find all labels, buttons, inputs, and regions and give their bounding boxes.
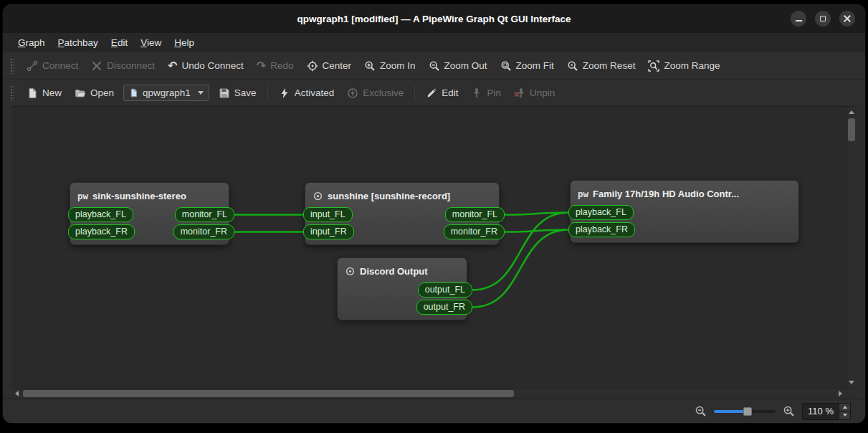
close-button[interactable] bbox=[839, 11, 855, 27]
vertical-scrollbar-thumb[interactable] bbox=[848, 118, 855, 141]
redo-button[interactable]: ↷ Redo bbox=[251, 57, 300, 75]
center-button[interactable]: Center bbox=[301, 57, 358, 75]
zoom-in-button[interactable]: Zoom In bbox=[358, 57, 421, 75]
zoom-decrement-button[interactable] bbox=[839, 411, 850, 419]
port-monitor-fr[interactable]: monitor_FR bbox=[173, 224, 234, 239]
port-monitor-fl[interactable]: monitor_FL bbox=[445, 207, 505, 222]
pin-label: Pin bbox=[487, 87, 501, 98]
zoom-spinbox[interactable]: 110 % bbox=[802, 403, 851, 420]
new-button[interactable]: New bbox=[21, 84, 67, 103]
redo-label: Redo bbox=[270, 60, 293, 71]
disconnect-icon bbox=[91, 60, 102, 72]
port-monitor-fl[interactable]: monitor_FL bbox=[175, 207, 234, 222]
zoom-slider-fill bbox=[714, 410, 748, 413]
app-window: qpwgraph1 [modified] — A PipeWire Graph … bbox=[3, 4, 865, 423]
node-header: Discord Output bbox=[338, 262, 467, 280]
unpin-button[interactable]: Unpin bbox=[508, 84, 561, 103]
save-label: Save bbox=[234, 87, 257, 98]
toolbar-drag-handle[interactable] bbox=[10, 58, 14, 74]
patchbay-file-icon bbox=[129, 88, 138, 97]
node-sink-sunshine-stereo[interactable]: pw sink-sunshine-stereo playback_FL moni… bbox=[70, 182, 229, 245]
zoom-in-icon bbox=[364, 60, 376, 72]
unpin-icon bbox=[514, 87, 525, 99]
port-monitor-fr[interactable]: monitor_FR bbox=[444, 224, 505, 239]
minimize-icon bbox=[796, 20, 802, 22]
exclusive-label: Exclusive bbox=[363, 87, 404, 98]
toolbar-drag-handle[interactable] bbox=[10, 85, 14, 101]
center-label: Center bbox=[323, 60, 352, 71]
open-folder-icon bbox=[75, 87, 86, 99]
zoom-reset-label: Zoom Reset bbox=[583, 60, 636, 71]
scroll-right-arrow[interactable] bbox=[836, 389, 845, 399]
close-icon bbox=[844, 15, 851, 22]
menu-edit[interactable]: Edit bbox=[105, 35, 134, 50]
zoom-fit-button[interactable]: Zoom Fit bbox=[495, 57, 560, 75]
zoom-reset-button[interactable]: Zoom Reset bbox=[561, 57, 642, 75]
port-playback-fl[interactable]: playback_FL bbox=[568, 205, 634, 220]
titlebar: qpwgraph1 [modified] — A PipeWire Graph … bbox=[3, 4, 865, 33]
zoom-in-icon[interactable] bbox=[783, 405, 795, 417]
save-button[interactable]: Save bbox=[213, 84, 262, 103]
activated-button[interactable]: Activated bbox=[273, 84, 340, 103]
zoom-out-button[interactable]: Zoom Out bbox=[423, 57, 493, 75]
toolbar-main: Connect Disconnect ↶ Undo Connect ↷ Redo… bbox=[3, 52, 865, 79]
menu-help[interactable]: Help bbox=[168, 35, 201, 50]
menu-view[interactable]: View bbox=[134, 35, 168, 50]
unpin-label: Unpin bbox=[530, 87, 555, 98]
zoom-out-icon[interactable] bbox=[695, 405, 707, 417]
patchbay-select[interactable]: qpwgraph1 bbox=[123, 85, 209, 101]
port-playback-fr[interactable]: playback_FR bbox=[568, 222, 635, 237]
zoom-range-icon bbox=[648, 60, 659, 72]
port-playback-fr[interactable]: playback_FR bbox=[68, 224, 135, 239]
zoom-out-label: Zoom Out bbox=[444, 60, 487, 71]
node-sunshine[interactable]: sunshine [sunshine-record] input_FL moni… bbox=[305, 182, 500, 245]
connection-wires bbox=[11, 107, 846, 388]
node-discord-output[interactable]: Discord Output output_FL output_FR bbox=[337, 257, 467, 320]
maximize-icon bbox=[820, 16, 826, 22]
port-playback-fl[interactable]: playback_FL bbox=[68, 207, 133, 222]
menu-patchbay[interactable]: Patchbay bbox=[52, 35, 105, 50]
zoom-range-button[interactable]: Zoom Range bbox=[642, 57, 725, 75]
port-input-fl[interactable]: input_FL bbox=[303, 207, 353, 222]
spin-arrows bbox=[839, 404, 850, 419]
connect-button[interactable]: Connect bbox=[21, 57, 84, 75]
zoom-in-label: Zoom In bbox=[380, 60, 416, 71]
zoom-fit-label: Zoom Fit bbox=[516, 60, 554, 71]
port-output-fr[interactable]: output_FR bbox=[416, 300, 472, 315]
open-button[interactable]: Open bbox=[69, 84, 120, 103]
exclusive-button[interactable]: Exclusive bbox=[341, 84, 409, 103]
horizontal-scrollbar-thumb[interactable] bbox=[23, 390, 514, 397]
maximize-button[interactable] bbox=[815, 11, 831, 27]
menu-graph[interactable]: Graph bbox=[11, 35, 52, 50]
zoom-fit-icon bbox=[500, 60, 512, 72]
window-title: qpwgraph1 [modified] — A PipeWire Graph … bbox=[297, 14, 571, 24]
scroll-down-arrow[interactable] bbox=[846, 378, 857, 387]
pin-icon bbox=[471, 87, 482, 99]
minimize-button[interactable] bbox=[791, 11, 806, 27]
node-family-audio-controller[interactable]: pw Family 17h/19h HD Audio Contr... play… bbox=[570, 180, 799, 243]
edit-label: Edit bbox=[442, 87, 458, 98]
zoom-increment-button[interactable] bbox=[839, 404, 850, 411]
port-input-fr[interactable]: input_FR bbox=[303, 224, 354, 239]
zoom-range-label: Zoom Range bbox=[664, 60, 720, 71]
zoom-value[interactable]: 110 % bbox=[803, 404, 839, 419]
node-header: pw sink-sunshine-stereo bbox=[70, 187, 229, 204]
node-title: sink-sunshine-stereo bbox=[92, 191, 186, 201]
edit-pencil-icon bbox=[426, 87, 437, 99]
undo-connect-button[interactable]: ↶ Undo Connect bbox=[162, 57, 249, 75]
scroll-up-arrow[interactable] bbox=[846, 108, 857, 117]
edit-button[interactable]: Edit bbox=[420, 84, 464, 103]
pin-button[interactable]: Pin bbox=[465, 84, 507, 103]
undo-icon: ↶ bbox=[168, 60, 177, 72]
scroll-left-arrow[interactable] bbox=[12, 389, 22, 399]
port-output-fl[interactable]: output_FL bbox=[418, 282, 472, 298]
zoom-slider[interactable] bbox=[714, 406, 776, 417]
vertical-scrollbar[interactable] bbox=[846, 107, 857, 388]
zoom-slider-handle[interactable] bbox=[743, 407, 752, 416]
graph-canvas[interactable]: pw sink-sunshine-stereo playback_FL moni… bbox=[11, 107, 846, 388]
chevron-down-icon bbox=[198, 91, 204, 95]
disconnect-button[interactable]: Disconnect bbox=[85, 57, 161, 75]
horizontal-scrollbar[interactable] bbox=[11, 388, 846, 399]
node-header: pw Family 17h/19h HD Audio Contr... bbox=[571, 185, 798, 202]
scrollbar-corner bbox=[846, 388, 857, 399]
